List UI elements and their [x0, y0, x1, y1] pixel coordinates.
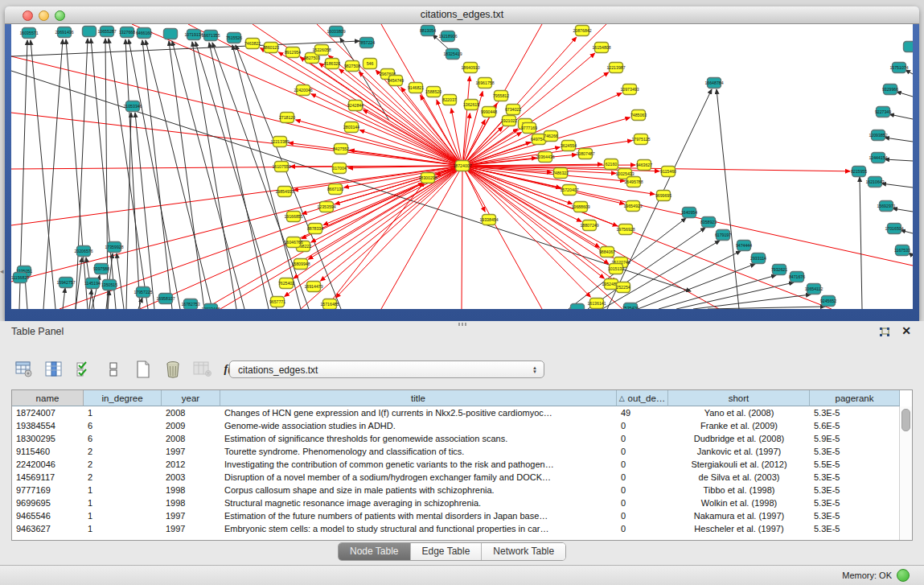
- network-node[interactable]: 7485063: [630, 110, 647, 121]
- network-node[interactable]: 16033809: [326, 27, 345, 37]
- network-node[interactable]: 15692971: [877, 201, 895, 212]
- network-node[interactable]: 1588520: [425, 87, 441, 97]
- network-node[interactable]: 252254: [616, 282, 630, 293]
- network-node[interactable]: 6734022: [505, 105, 521, 115]
- network-node[interactable]: 17359928: [105, 242, 123, 253]
- select-attributes-button[interactable]: [74, 360, 93, 379]
- network-node[interactable]: 16671355: [201, 31, 220, 41]
- network-node[interactable]: 7955812: [493, 91, 509, 101]
- collapse-arrow-icon[interactable]: ◂: [0, 267, 4, 275]
- network-node[interactable]: 62160: [605, 159, 618, 170]
- column-header-outde[interactable]: △out_de…: [617, 390, 668, 406]
- network-node[interactable]: 10654112: [805, 284, 823, 295]
- network-node[interactable]: 9115460: [660, 167, 676, 177]
- network-node[interactable]: 7932621: [771, 265, 787, 275]
- network-node[interactable]: 10655287: [97, 27, 116, 37]
- network-node[interactable]: 7535426: [622, 303, 639, 310]
- network-node[interactable]: 19218906: [438, 31, 457, 42]
- table-row[interactable]: 946362711997Embryonic stem cells: a mode…: [12, 522, 912, 535]
- network-node[interactable]: 8454749: [388, 76, 404, 86]
- network-node[interactable]: 317004: [332, 163, 346, 174]
- network-node[interactable]: 8813054: [420, 26, 436, 36]
- table-row[interactable]: 946554611997Estimation of the future num…: [12, 509, 912, 522]
- network-node[interactable]: 2933114: [750, 253, 766, 264]
- network-node[interactable]: 19854935: [275, 187, 294, 197]
- memory-status-indicator[interactable]: [897, 569, 910, 582]
- network-node[interactable]: 18300295: [418, 173, 437, 183]
- show-column-button[interactable]: [44, 360, 64, 379]
- row-height-button[interactable]: [104, 360, 123, 379]
- network-node[interactable]: 9990448: [481, 107, 497, 117]
- network-node[interactable]: 9474444: [736, 241, 752, 251]
- network-node[interactable]: 12213987: [606, 63, 625, 73]
- table-settings-button[interactable]: [14, 360, 34, 379]
- network-node[interactable]: 19756928: [616, 225, 634, 235]
- network-node[interactable]: 2718120: [279, 113, 295, 123]
- network-node[interactable]: 20876842: [573, 26, 591, 36]
- network-node[interactable]: 7625402: [278, 278, 294, 289]
- column-header-pagerank[interactable]: pagerank: [810, 390, 900, 406]
- network-node[interactable]: 9699695: [655, 191, 671, 201]
- network-node[interactable]: 18325419: [443, 49, 462, 60]
- network-node[interactable]: 16914479: [304, 282, 322, 292]
- network-node[interactable]: 9884067: [599, 247, 615, 257]
- network-node[interactable]: 9657771: [269, 297, 285, 307]
- network-node[interactable]: 26495788: [624, 177, 643, 187]
- network-node[interactable]: 11156829: [11, 273, 29, 283]
- network-node[interactable]: 8427552: [333, 144, 349, 154]
- network-node[interactable]: 9227349: [875, 107, 891, 117]
- network-node[interactable]: 12353594: [317, 202, 335, 212]
- network-node[interactable]: 7515526: [226, 33, 242, 43]
- network-node[interactable]: 9397588: [93, 264, 109, 274]
- network-node[interactable]: 8860123: [263, 43, 279, 53]
- network-node[interactable]: 17957225: [133, 287, 152, 298]
- network-node[interactable]: 6466160: [136, 28, 152, 39]
- scrollbar-thumb[interactable]: [901, 409, 910, 431]
- vertical-scrollbar[interactable]: [899, 406, 912, 540]
- network-node[interactable]: 7463822: [244, 39, 261, 49]
- tab-network-table[interactable]: Network Table: [482, 543, 565, 560]
- network-canvas[interactable]: 1603557120691436106552871327668646616010…: [11, 24, 913, 309]
- table-row[interactable]: 1872400712008Changes of HCN gene express…: [12, 406, 912, 419]
- network-node[interactable]: 9242844: [347, 101, 363, 111]
- network-node[interactable]: 16210643: [865, 177, 884, 187]
- network-node[interactable]: 16154808: [592, 43, 610, 53]
- table-select-dropdown[interactable]: citations_edges.txt ▲▼: [229, 360, 544, 378]
- tab-node-table[interactable]: Node Table: [339, 543, 411, 560]
- column-header-name[interactable]: name: [12, 390, 84, 406]
- network-node[interactable]: 20206576: [74, 246, 92, 257]
- network-node[interactable]: 10973493: [620, 84, 639, 95]
- network-node[interactable]: 15751074: [889, 63, 908, 73]
- tab-edge-table[interactable]: Edge Table: [411, 543, 483, 560]
- network-node[interactable]: 9777169: [521, 123, 537, 134]
- network-node[interactable]: [904, 42, 914, 52]
- network-node[interactable]: 9463627: [636, 160, 652, 171]
- column-header-title[interactable]: title: [220, 390, 617, 406]
- network-node[interactable]: [571, 304, 585, 310]
- network-node[interactable]: 16958107: [156, 294, 175, 304]
- network-node[interactable]: 12213389: [270, 137, 289, 147]
- window-titlebar[interactable]: citations_edges.txt: [5, 6, 919, 24]
- network-node[interactable]: 12093852: [869, 130, 887, 141]
- network-node[interactable]: 20364436: [536, 152, 554, 163]
- network-node[interactable]: 8878334: [307, 224, 323, 234]
- network-node[interactable]: 15809948: [291, 259, 310, 270]
- delete-attribute-button[interactable]: [163, 360, 183, 379]
- network-node[interactable]: 9245652: [820, 296, 836, 307]
- column-header-short[interactable]: short: [668, 390, 810, 406]
- network-node[interactable]: 3624554: [561, 141, 577, 151]
- close-panel-icon[interactable]: ✕: [901, 324, 911, 337]
- delete-table-button[interactable]: [193, 360, 212, 379]
- network-node[interactable]: 19166855: [284, 212, 302, 222]
- network-node[interactable]: 1327668: [119, 27, 135, 38]
- network-node[interactable]: 7486322: [552, 168, 569, 179]
- network-node[interactable]: 8215955: [851, 167, 867, 177]
- network-node[interactable]: 17975125: [631, 134, 650, 145]
- table-row[interactable]: 969969511998Structural magnetic resonanc…: [12, 496, 912, 509]
- network-node[interactable]: 16961758: [475, 78, 494, 89]
- network-node[interactable]: 10719134: [184, 30, 203, 40]
- network-node[interactable]: 15720407: [560, 185, 578, 196]
- network-node[interactable]: 9827508: [344, 61, 360, 72]
- network-node[interactable]: 18640910: [461, 63, 479, 73]
- network-node[interactable]: 19338454: [479, 215, 498, 225]
